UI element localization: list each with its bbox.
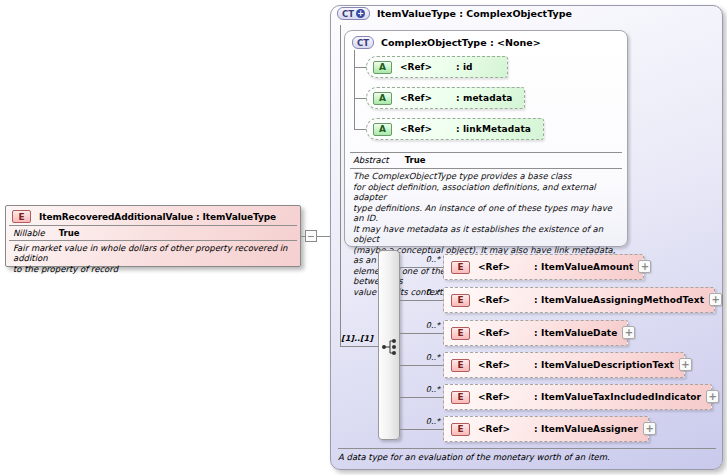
attribute-badge: A	[373, 61, 392, 74]
sequence-connector-hline	[340, 346, 378, 347]
element-node-header: E ItemRecoveredAdditionalValue : ItemVal…	[6, 206, 300, 225]
attribute-name: : id	[456, 62, 473, 72]
attribute-badge: A	[373, 123, 392, 136]
element-node-itemrecoveredadditionalvalue[interactable]: E ItemRecoveredAdditionalValue : ItemVal…	[5, 205, 301, 267]
complex-type-badge: CT	[352, 36, 374, 49]
element-stub-line	[400, 267, 443, 268]
ref-label: <Ref>	[400, 124, 448, 134]
element-itemvaluetaxincludedindicator[interactable]: E <Ref> : ItemValueTaxIncludedIndicator …	[443, 384, 712, 410]
abstract-property-row: Abstract True	[353, 155, 426, 165]
element-badge: E	[451, 423, 470, 436]
occurs-label: 0..*	[400, 417, 440, 426]
ref-label: <Ref>	[400, 93, 448, 103]
divider	[350, 152, 622, 153]
ct-badge-label: CT	[357, 38, 369, 48]
element-description: Fair market value in whole dollars of ot…	[6, 241, 300, 276]
occurs-label: 0..*	[400, 288, 440, 297]
element-itemvalueassigner[interactable]: E <Ref> : ItemValueAssigner +	[443, 416, 649, 442]
base-type-header: CT ComplexObjectType : <None>	[352, 36, 541, 49]
content-connector-vline	[340, 25, 341, 347]
ref-label: <Ref>	[478, 262, 526, 272]
attribute-metadata[interactable]: A <Ref> : metadata	[366, 87, 525, 109]
sequence-icon	[381, 337, 398, 357]
collapse-toggle[interactable]	[305, 230, 317, 242]
element-stub-line	[400, 397, 443, 398]
ref-label: <Ref>	[478, 328, 526, 338]
nillable-property-row: Nillable True	[6, 226, 300, 240]
element-stub-line	[400, 300, 443, 301]
attribute-stub-line	[354, 67, 366, 68]
expand-icon[interactable]: +	[706, 390, 719, 403]
property-value: True	[405, 155, 426, 165]
ref-label: <Ref>	[478, 360, 526, 370]
expand-icon[interactable]: +	[709, 293, 722, 306]
ct-badge-label: CT	[342, 9, 354, 19]
ref-label: <Ref>	[478, 424, 526, 434]
element-itemvalueassigningmethodtext[interactable]: E <Ref> : ItemValueAssigningMethodText +	[443, 287, 715, 313]
element-name: : ItemValueDate	[534, 328, 617, 338]
complex-type-extension-badge: CT +	[337, 7, 370, 20]
element-badge: E	[451, 327, 470, 340]
element-badge: E	[451, 261, 470, 274]
attribute-linkmetadata[interactable]: A <Ref> : linkMetadata	[366, 118, 544, 140]
divider	[350, 168, 622, 169]
element-stub-line	[400, 333, 443, 334]
element-badge: E	[12, 210, 31, 223]
ref-label: <Ref>	[400, 62, 448, 72]
property-name: Nillable	[13, 228, 45, 238]
base-type-title: ComplexObjectType : <None>	[381, 37, 541, 48]
element-badge: E	[451, 391, 470, 404]
element-badge: E	[451, 294, 470, 307]
occurs-label: 0..*	[400, 255, 440, 264]
outer-type-title: ItemValueType : ComplexObjectType	[377, 8, 572, 19]
expand-icon[interactable]: +	[643, 422, 656, 435]
element-name: : ItemValueTaxIncludedIndicator	[534, 392, 701, 402]
property-name: Abstract	[353, 155, 389, 165]
element-name: : ItemValueAssigner	[534, 424, 638, 434]
element-itemvaluedescriptiontext[interactable]: E <Ref> : ItemValueDescriptionText +	[443, 352, 685, 378]
attribute-stub-line	[354, 98, 366, 99]
minus-icon	[308, 236, 314, 237]
ref-label: <Ref>	[478, 295, 526, 305]
attribute-name: : metadata	[456, 93, 512, 103]
outer-type-header: CT + ItemValueType : ComplexObjectType	[337, 7, 572, 20]
attribute-stub-line	[354, 129, 366, 130]
attribute-id[interactable]: A <Ref> : id	[366, 56, 508, 78]
occurs-label: 0..*	[400, 353, 440, 362]
element-stub-line	[400, 365, 443, 366]
attribute-name: : linkMetadata	[456, 124, 531, 134]
element-stub-line	[400, 429, 443, 430]
expand-icon[interactable]: +	[638, 260, 651, 273]
xsd-diagram: CT + ItemValueType : ComplexObjectType […	[0, 0, 727, 475]
occurs-label: 0..*	[400, 385, 440, 394]
element-badge: E	[451, 359, 470, 372]
attribute-connector-vline	[354, 50, 355, 129]
expand-icon[interactable]: +	[679, 358, 692, 371]
element-name: : ItemValueAmount	[534, 262, 633, 272]
occurs-label: 0..*	[400, 321, 440, 330]
extension-plus-icon: +	[356, 9, 365, 18]
element-name: : ItemValueDescriptionText	[534, 360, 674, 370]
expand-icon[interactable]: +	[622, 326, 635, 339]
attribute-badge: A	[373, 92, 392, 105]
element-node-title: ItemRecoveredAdditionalValue : ItemValue…	[39, 212, 276, 222]
ref-label: <Ref>	[478, 392, 526, 402]
outer-type-annotation: A data type for an evaluation of the mon…	[338, 452, 718, 462]
element-itemvalueamount[interactable]: E <Ref> : ItemValueAmount +	[443, 254, 644, 280]
property-value: True	[59, 228, 80, 238]
element-itemvaluedate[interactable]: E <Ref> : ItemValueDate +	[443, 320, 628, 346]
element-name: : ItemValueAssigningMethodText	[534, 295, 704, 305]
sequence-cardinality: [1]..[1]	[341, 334, 373, 343]
divider	[338, 448, 716, 449]
